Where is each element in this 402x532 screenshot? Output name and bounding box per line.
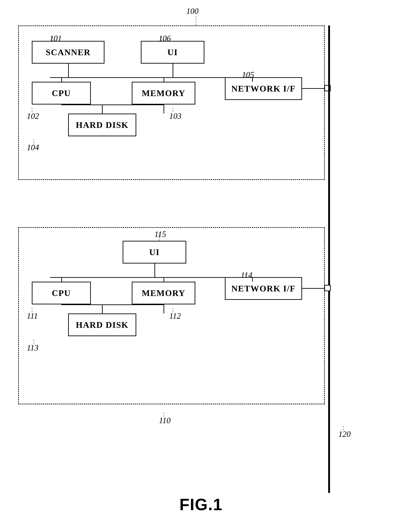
v-scanner xyxy=(68,63,69,77)
leader-100 xyxy=(196,16,196,25)
ref-120: 120 xyxy=(339,429,351,439)
leader-102 xyxy=(32,108,32,112)
hard-disk-box-bottom: HARD DISK xyxy=(68,313,136,336)
v-memory xyxy=(163,77,164,82)
v-netif-bottom xyxy=(252,277,253,282)
leader-115 xyxy=(159,233,159,241)
v-cpu-hd-bottom xyxy=(102,304,103,313)
h-bus-bottom xyxy=(50,277,252,278)
leader-114 xyxy=(245,274,246,278)
leader-101 xyxy=(52,37,53,41)
leader-103 xyxy=(173,108,173,112)
h-netif-bus-top xyxy=(302,88,325,89)
vertical-bus xyxy=(328,25,330,493)
ref-112: 112 xyxy=(169,311,181,321)
network-if-box-top: NETWORK I/F xyxy=(225,77,302,100)
h-mem-hd xyxy=(102,104,164,105)
h-cpu-hd xyxy=(61,104,102,105)
cpu-box-top: CPU xyxy=(32,82,91,104)
leader-106 xyxy=(161,37,162,41)
v-cpu-bottom xyxy=(61,277,62,282)
network-if-box-bottom: NETWORK I/F xyxy=(225,277,302,300)
h-cpu-hd-bottom xyxy=(61,304,102,305)
ref-103: 103 xyxy=(169,111,182,121)
v-mem-hd-top xyxy=(163,104,164,114)
ref-115: 115 xyxy=(154,229,166,239)
leader-110 xyxy=(163,412,164,417)
memory-box-top: MEMORY xyxy=(132,82,195,104)
page: 100 SCANNER 101 UI 106 CPU 102 MEMORY 10… xyxy=(0,0,402,532)
leader-104 xyxy=(34,139,34,143)
hard-disk-box-top: HARD DISK xyxy=(68,114,136,136)
ui-top-box: UI xyxy=(141,41,204,63)
v-ui xyxy=(173,63,173,77)
ref-113: 113 xyxy=(27,343,38,353)
leader-113 xyxy=(34,339,34,343)
scanner-box: SCANNER xyxy=(32,41,105,63)
ref-101: 101 xyxy=(50,34,62,43)
v-netif-top xyxy=(252,77,253,82)
cpu-box-bottom: CPU xyxy=(32,282,91,304)
ref-104: 104 xyxy=(27,143,39,152)
ref-111: 111 xyxy=(27,311,38,321)
v-memory-bottom xyxy=(163,277,164,282)
ref-100: 100 xyxy=(186,6,199,16)
h-mem-hd-bottom xyxy=(102,304,164,305)
figure-title: FIG.1 xyxy=(179,495,223,514)
ref-102: 102 xyxy=(27,111,39,121)
leader-120 xyxy=(343,426,343,430)
bus-square-bottom xyxy=(324,285,331,291)
v-cpu-hd xyxy=(102,104,103,114)
ref-110: 110 xyxy=(159,416,170,425)
ui-box-bottom: UI xyxy=(123,241,186,264)
h-netif-bus-bottom xyxy=(302,288,325,289)
h-bus-top xyxy=(50,77,252,78)
ref-114: 114 xyxy=(241,270,252,280)
ref-106: 106 xyxy=(158,34,171,43)
v-cpu xyxy=(61,77,62,82)
v-mem-hd-bottom xyxy=(163,304,164,313)
memory-box-bottom: MEMORY xyxy=(132,282,195,304)
v-ui-bottom xyxy=(154,264,155,277)
leader-111 xyxy=(32,308,32,312)
leader-112 xyxy=(173,308,173,312)
leader-105 xyxy=(245,73,246,77)
